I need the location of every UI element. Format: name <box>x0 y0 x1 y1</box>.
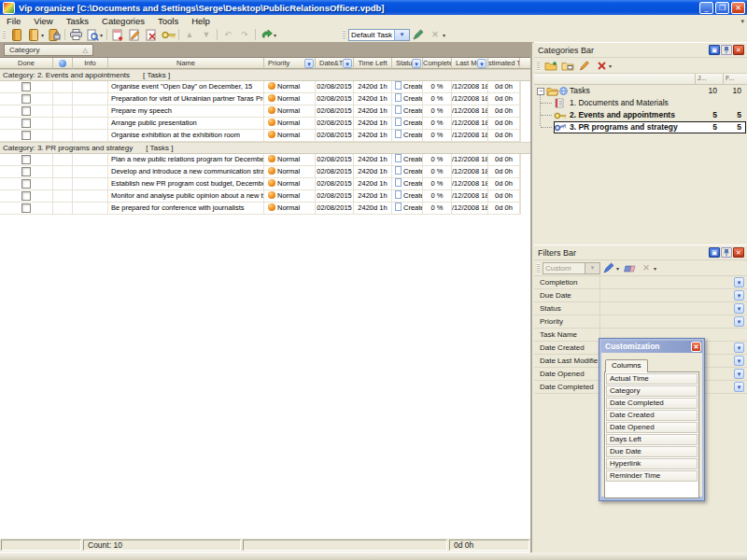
column-header-info[interactable]: Info <box>73 58 108 69</box>
done-cell[interactable] <box>0 166 53 178</box>
minimize-button[interactable]: _ <box>699 2 713 14</box>
filter-dropdown-icon[interactable]: ▾ <box>734 356 744 366</box>
done-checkbox[interactable] <box>21 82 31 91</box>
categories-toolbar-grip[interactable] <box>537 61 540 71</box>
column-item[interactable]: Date Opened <box>606 422 698 433</box>
done-checkbox[interactable] <box>21 155 31 164</box>
tree-item-events[interactable]: 2. Events and appointments 5 5 <box>534 109 747 121</box>
filter-dropdown-icon[interactable]: ▾ <box>734 303 744 314</box>
table-row[interactable]: Organise exhibition at the exhibition ro… <box>0 130 530 142</box>
filter-row-status[interactable]: Status▾ <box>534 302 747 315</box>
tree-item-pr-programs[interactable]: 3. PR programs and strategy 5 5 <box>534 121 747 133</box>
tree-item-documents[interactable]: 1. Documents and Materials <box>534 97 747 109</box>
new-category-button[interactable] <box>543 59 559 72</box>
task-name[interactable]: Arrange public presentation <box>108 118 264 130</box>
done-cell[interactable] <box>0 105 53 118</box>
move-up-button[interactable]: ▲ <box>181 28 198 41</box>
filter-dropdown-icon[interactable]: ▾ <box>734 382 744 392</box>
filter-dropdown-icon[interactable]: ▾ <box>734 343 744 353</box>
column-item[interactable]: Due Date <box>606 446 698 457</box>
print-dropdown-icon[interactable]: ▾ <box>98 32 105 38</box>
menu-file[interactable]: File <box>0 15 27 27</box>
column-item[interactable]: Reminder Time <box>606 470 698 482</box>
new-database-button[interactable] <box>8 28 25 41</box>
done-checkbox[interactable] <box>21 179 31 189</box>
toolbar-grip2[interactable] <box>343 30 345 40</box>
task-name[interactable]: Develop and introduce a new communicatio… <box>108 166 264 178</box>
task-name[interactable]: Organise exhibition at the exhibition ro… <box>108 130 264 142</box>
clear-filter-button[interactable] <box>621 261 638 274</box>
toolbar-grip[interactable] <box>3 30 6 40</box>
remove-filter-button[interactable]: ✕ <box>638 261 655 274</box>
column-header-flag[interactable] <box>53 58 73 69</box>
done-checkbox[interactable] <box>21 131 31 140</box>
run-dropdown-icon[interactable]: ▾ <box>272 32 278 38</box>
filter-preset-combobox[interactable]: Custom ▾ <box>543 262 600 274</box>
filters-toolbar-grip[interactable] <box>537 263 540 273</box>
edit-task-button[interactable] <box>126 28 143 41</box>
column-header-due-date[interactable]: Date&Ti▾ <box>316 58 354 69</box>
done-cell[interactable] <box>0 190 53 203</box>
filters-close-button[interactable]: ✕ <box>733 247 744 258</box>
task-name[interactable]: Monitor and analyse public opinion about… <box>108 190 264 203</box>
column-header-complete[interactable]: Complete <box>423 58 452 69</box>
done-checkbox[interactable] <box>21 119 31 128</box>
move-down-button[interactable]: ▼ <box>198 28 215 41</box>
filters-maximize-button[interactable]: ▣ <box>709 247 720 258</box>
column-item[interactable]: Date Created <box>606 410 698 421</box>
table-row[interactable]: Monitor and analyse public opinion about… <box>0 190 530 203</box>
table-row[interactable]: Establish new PR program cost budget, De… <box>0 178 530 190</box>
group-by-category-chip[interactable]: Category △ <box>4 44 93 56</box>
permissions-key-button[interactable] <box>160 28 176 41</box>
group-header-pr-programs[interactable]: Category: 3. PR programs and strategy[ T… <box>0 142 530 154</box>
filter-dropdown-icon[interactable]: ▾ <box>734 290 744 301</box>
collapse-icon[interactable]: − <box>537 88 544 95</box>
tree-column-1[interactable]: J... <box>695 74 723 84</box>
group-header-events[interactable]: Category: 2. Events and appointments[ Ta… <box>0 69 530 81</box>
column-item[interactable]: Category <box>606 385 698 397</box>
column-header-name[interactable]: Name <box>108 58 264 69</box>
table-row[interactable]: Arrange public presentation Normal 02/08… <box>0 118 530 130</box>
redo-button[interactable]: ↷ <box>236 28 253 41</box>
done-cell[interactable] <box>0 154 53 166</box>
filter-row-due-date[interactable]: Due Date▾ <box>534 289 747 302</box>
new-subcategory-button[interactable] <box>559 59 576 72</box>
done-cell[interactable] <box>0 130 53 142</box>
due-filter-icon[interactable]: ▾ <box>343 59 352 68</box>
task-name[interactable]: Organise event "Open Day" on December, 1… <box>108 81 264 93</box>
last-modified-filter-icon[interactable]: ▾ <box>477 59 486 68</box>
filter-row-priority[interactable]: Priority▾ <box>534 315 747 329</box>
print-button[interactable] <box>67 28 84 41</box>
tree-column-2[interactable]: F... <box>723 74 747 84</box>
tree-item-tasks[interactable]: − Tasks 10 10 <box>534 85 747 97</box>
task-name[interactable]: Be prepared for conference with journali… <box>108 203 264 215</box>
apply-filter-dropdown-icon[interactable]: ▾ <box>614 265 621 272</box>
undo-button[interactable]: ↶ <box>219 28 236 41</box>
delete-task-button[interactable] <box>143 28 160 41</box>
customization-close-button[interactable]: ✕ <box>691 342 701 352</box>
task-name[interactable]: Establish new PR program cost budget, De… <box>108 178 264 190</box>
close-button[interactable]: ✕ <box>731 2 745 14</box>
protect-database-button[interactable] <box>46 28 63 41</box>
column-header-priority[interactable]: Priority▾ <box>264 58 316 69</box>
table-row[interactable]: Plan a new public relations program for … <box>0 154 530 166</box>
column-item[interactable]: Actual Time <box>606 373 698 385</box>
done-checkbox[interactable] <box>21 94 31 104</box>
menu-view[interactable]: View <box>27 15 59 27</box>
filters-pin-button[interactable] <box>721 247 732 258</box>
tab-columns[interactable]: Columns <box>605 359 648 372</box>
column-header-time-left[interactable]: Time Left <box>354 58 392 69</box>
customization-titlebar[interactable]: Customization ✕ <box>601 341 702 353</box>
column-item[interactable]: Days Left <box>606 434 698 445</box>
filter-row-completion[interactable]: Completion▾ <box>534 276 747 289</box>
menu-tools[interactable]: Tools <box>151 15 185 27</box>
task-name[interactable]: Prepare my speech <box>108 105 264 118</box>
column-header-status[interactable]: Status▾ <box>392 58 423 69</box>
task-name[interactable]: Plan a new public relations program for … <box>108 154 264 166</box>
done-checkbox[interactable] <box>21 203 31 213</box>
done-cell[interactable] <box>0 203 53 215</box>
edit-category-button[interactable] <box>576 59 593 72</box>
done-cell[interactable] <box>0 118 53 130</box>
column-item[interactable]: Date Completed <box>606 398 698 409</box>
menubar-overflow-icon[interactable]: ▾ <box>740 18 744 25</box>
